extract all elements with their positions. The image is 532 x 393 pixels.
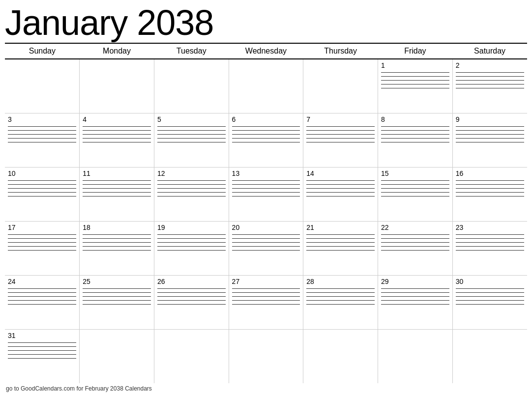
day-line	[306, 184, 375, 185]
day-line	[306, 296, 375, 297]
day-line	[83, 188, 151, 189]
day-line	[381, 130, 449, 131]
day-lines	[306, 180, 375, 196]
day-line	[456, 288, 524, 289]
day-line	[8, 234, 76, 235]
day-line	[381, 80, 449, 81]
day-line	[232, 180, 300, 181]
day-line	[8, 192, 76, 193]
day-line	[456, 180, 524, 181]
day-line	[8, 126, 76, 127]
day-line	[232, 126, 300, 127]
day-line	[232, 134, 300, 135]
day-lines	[157, 126, 226, 142]
day-line	[232, 304, 300, 305]
day-line	[381, 288, 449, 289]
day-number: 5	[157, 115, 226, 123]
day-line	[381, 304, 449, 305]
day-line	[232, 292, 300, 293]
empty-cell	[452, 329, 527, 383]
day-number: 20	[232, 224, 300, 231]
day-line	[83, 296, 151, 297]
day-number: 30	[456, 278, 524, 285]
day-line	[456, 72, 524, 73]
day-line	[83, 192, 151, 193]
day-line	[456, 138, 524, 139]
day-line	[381, 246, 449, 247]
day-number: 11	[83, 169, 151, 177]
day-cell-15: 15	[378, 167, 453, 221]
week-row-4: 17181920212223	[5, 221, 527, 275]
day-number: 21	[306, 224, 375, 231]
day-lines	[456, 72, 524, 88]
day-cell-18: 18	[80, 221, 154, 275]
day-lines	[232, 180, 300, 196]
day-line	[381, 238, 449, 239]
day-number: 22	[381, 224, 449, 231]
day-number: 27	[232, 278, 300, 285]
day-line	[381, 188, 449, 189]
day-line	[83, 242, 151, 243]
day-line	[157, 142, 226, 142]
day-line	[8, 130, 76, 131]
day-line	[157, 192, 226, 193]
day-cell-7: 7	[303, 113, 378, 167]
day-line	[157, 196, 226, 196]
day-number: 7	[306, 115, 375, 123]
day-cell-8: 8	[378, 113, 453, 167]
week-row-2: 3456789	[5, 113, 527, 167]
day-line	[83, 142, 151, 142]
day-lines	[8, 288, 76, 305]
day-line	[157, 288, 226, 289]
day-line	[456, 188, 524, 189]
day-lines	[83, 234, 151, 251]
day-line	[381, 292, 449, 293]
week-row-5: 24252627282930	[5, 275, 527, 329]
day-lines	[456, 126, 524, 142]
day-line	[8, 138, 76, 139]
day-line	[381, 76, 449, 77]
day-lines	[8, 342, 76, 359]
day-line	[306, 134, 375, 135]
day-cell-24: 24	[5, 275, 80, 329]
day-line	[381, 72, 449, 73]
day-line	[157, 296, 226, 297]
day-cell-1: 1	[378, 59, 453, 113]
day-cell-10: 10	[5, 167, 80, 221]
day-line	[456, 250, 524, 251]
day-line	[8, 184, 76, 185]
day-cell-16: 16	[452, 167, 527, 221]
day-number: 14	[306, 169, 375, 177]
day-line	[232, 142, 300, 142]
day-lines	[83, 126, 151, 142]
day-line	[157, 188, 226, 189]
day-number: 1	[381, 61, 449, 69]
day-cell-26: 26	[154, 275, 229, 329]
day-line	[8, 188, 76, 189]
day-number: 10	[8, 169, 76, 177]
day-line	[381, 88, 449, 88]
day-lines	[232, 126, 300, 142]
day-line	[456, 80, 524, 81]
footer: go to GoodCalendars.com for February 203…	[5, 383, 527, 392]
day-line	[306, 242, 375, 243]
day-lines	[456, 288, 524, 305]
weekday-header-friday: Friday	[378, 43, 453, 59]
day-line	[381, 126, 449, 127]
day-line	[456, 246, 524, 247]
day-line	[381, 300, 449, 301]
day-line	[456, 292, 524, 293]
day-cell-2: 2	[452, 59, 527, 113]
day-line	[456, 192, 524, 193]
day-line	[8, 250, 76, 251]
day-line	[157, 238, 226, 239]
day-number: 18	[83, 224, 151, 231]
weekday-header-monday: Monday	[80, 43, 154, 59]
day-line	[456, 84, 524, 84]
day-line	[456, 134, 524, 135]
day-line	[83, 246, 151, 247]
day-cell-5: 5	[154, 113, 229, 167]
weekday-header-tuesday: Tuesday	[154, 43, 229, 59]
empty-cell	[5, 59, 80, 113]
day-line	[456, 196, 524, 196]
